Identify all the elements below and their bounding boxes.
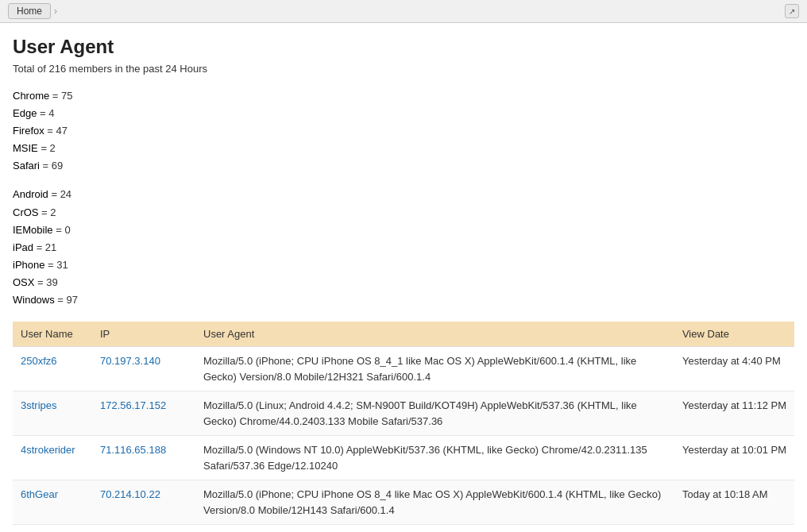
ip-link[interactable]: 172.56.17.152 (100, 399, 166, 411)
ip-link[interactable]: 71.116.65.188 (100, 444, 166, 456)
cell-username: 250xfz6 (13, 347, 92, 391)
cell-ip: 70.197.3.140 (92, 347, 195, 391)
table-header-row: User Name IP User Agent View Date (13, 322, 794, 347)
table-row: 880jedi 70.197.6.122 Mozilla/5.0 (BB10; … (13, 525, 794, 532)
cell-ip: 71.116.65.188 (92, 436, 195, 480)
breadcrumb: Home › (8, 3, 57, 19)
breadcrumb-home[interactable]: Home (8, 3, 51, 19)
cell-username: 880jedi (13, 525, 92, 532)
cell-useragent: Mozilla/5.0 (BB10; Touch) AppleWebKit/53… (195, 525, 674, 532)
browser-stat-item: Safari = 69 (13, 157, 794, 175)
device-stats-group: Android = 24CrOS = 2IEMobile = 0iPad = 2… (13, 186, 794, 309)
subtitle: Total of 216 members in the past 24 Hour… (13, 63, 794, 75)
cell-ip: 70.197.6.122 (92, 525, 195, 532)
ip-link[interactable]: 70.197.3.140 (100, 355, 160, 367)
page-title: User Agent (13, 36, 794, 58)
browser-stat-item: Chrome = 75 (13, 87, 794, 105)
cell-username: 6thGear (13, 480, 92, 525)
external-link-icon[interactable]: ↗ (785, 4, 799, 18)
browser-stat-item: Firefox = 47 (13, 122, 794, 140)
stats-section: Chrome = 75Edge = 4Firefox = 47MSIE = 2S… (13, 87, 794, 309)
table-row: 6thGear 70.214.10.22 Mozilla/5.0 (iPhone… (13, 480, 794, 525)
col-header-useragent: User Agent (195, 322, 674, 347)
browser-stat-item: MSIE = 2 (13, 140, 794, 157)
cell-viewdate: Yesterday at 11:12 PM (674, 391, 794, 436)
col-header-username: User Name (13, 322, 92, 347)
col-header-ip: IP (92, 322, 195, 347)
cell-viewdate: Today at 11:00 AM (674, 525, 794, 532)
cell-useragent: Mozilla/5.0 (iPhone; CPU iPhone OS 8_4 l… (195, 480, 674, 525)
device-stat-item: IEMobile = 0 (13, 222, 794, 239)
cell-viewdate: Today at 10:18 AM (674, 480, 794, 525)
cell-ip: 70.214.10.22 (92, 480, 195, 525)
device-stat-item: Android = 24 (13, 186, 794, 203)
username-link[interactable]: 6thGear (21, 488, 58, 500)
col-header-viewdate: View Date (674, 322, 794, 347)
username-link[interactable]: 4strokerider (21, 444, 75, 456)
cell-username: 4strokerider (13, 436, 92, 480)
table-row: 3stripes 172.56.17.152 Mozilla/5.0 (Linu… (13, 391, 794, 436)
cell-ip: 172.56.17.152 (92, 391, 195, 436)
table-row: 4strokerider 71.116.65.188 Mozilla/5.0 (… (13, 436, 794, 480)
cell-viewdate: Yesterday at 10:01 PM (674, 436, 794, 480)
cell-username: 3stripes (13, 391, 92, 436)
top-bar: Home › ↗ (0, 0, 807, 23)
breadcrumb-separator: › (54, 6, 57, 17)
browser-stats-group: Chrome = 75Edge = 4Firefox = 47MSIE = 2S… (13, 87, 794, 175)
main-content: User Agent Total of 216 members in the p… (0, 23, 807, 532)
device-stat-item: CrOS = 2 (13, 204, 794, 222)
subtitle-count: 216 (49, 63, 67, 75)
device-stat-item: iPad = 21 (13, 239, 794, 256)
cell-useragent: Mozilla/5.0 (Linux; Android 4.4.2; SM-N9… (195, 391, 674, 436)
cell-viewdate: Yesterday at 4:40 PM (674, 347, 794, 391)
subtitle-prefix: Total of (13, 63, 49, 75)
user-agent-table: User Name IP User Agent View Date 250xfz… (13, 322, 794, 532)
ip-link[interactable]: 70.214.10.22 (100, 488, 160, 500)
username-link[interactable]: 250xfz6 (21, 355, 57, 367)
device-stat-item: Windows = 97 (13, 291, 794, 309)
device-stat-item: OSX = 39 (13, 274, 794, 291)
cell-useragent: Mozilla/5.0 (Windows NT 10.0) AppleWebKi… (195, 436, 674, 480)
table-row: 250xfz6 70.197.3.140 Mozilla/5.0 (iPhone… (13, 347, 794, 391)
username-link[interactable]: 3stripes (21, 399, 57, 411)
subtitle-suffix: members in the past 24 Hours (66, 63, 207, 75)
cell-useragent: Mozilla/5.0 (iPhone; CPU iPhone OS 8_4_1… (195, 347, 674, 391)
browser-stat-item: Edge = 4 (13, 105, 794, 122)
device-stat-item: iPhone = 31 (13, 256, 794, 274)
